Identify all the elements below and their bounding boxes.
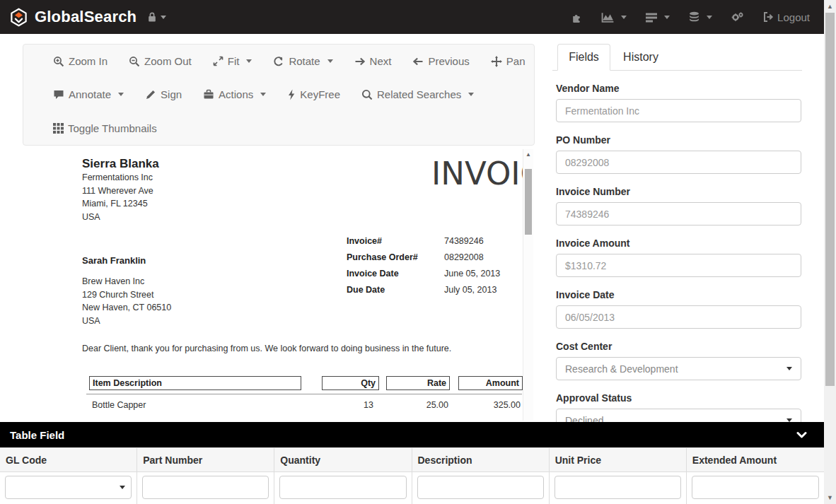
item-amount: 325.00 [457,400,521,410]
chevron-down-icon [707,16,712,19]
fields-tabbar: Fields History [552,39,802,71]
scroll-up-arrow-icon[interactable]: ▲ [523,151,533,158]
lock-menu[interactable] [146,11,166,23]
invoice-amount-input[interactable] [556,254,801,277]
zoom-in-icon [53,56,64,67]
actions-button[interactable]: Actions [203,88,266,100]
keyfree-label: KeyFree [300,88,340,100]
table-field-input-row [0,472,824,504]
chevron-down-icon [120,486,125,489]
extended-amount-input[interactable] [692,476,819,499]
tab-history[interactable]: History [610,45,671,70]
unit-price-input[interactable] [555,476,681,499]
chevron-down-icon [161,16,166,19]
chevron-down-icon [664,16,670,19]
next-page-button[interactable]: Next [354,55,392,67]
actions-label: Actions [219,88,253,100]
cost-center-select[interactable]: Research & Development [556,357,801,380]
lists-menu[interactable] [645,12,670,23]
zoom-out-icon [129,56,140,67]
item-qty: 13 [317,400,373,410]
invoice-date-input[interactable] [556,305,801,329]
items-header-rate: Rate [386,376,450,390]
related-searches-label: Related Searches [377,88,461,100]
tab-fields[interactable]: Fields [557,44,610,71]
zoom-in-button[interactable]: Zoom In [53,55,108,67]
chevron-down-icon [468,93,474,96]
keyfree-button[interactable]: KeyFree [287,88,340,100]
pan-label: Pan [506,55,526,67]
sign-button[interactable]: Sign [145,88,182,100]
invoice-meta-block: Invoice#74389246 Purchase Order#08292008… [347,236,522,301]
fit-icon [213,56,223,66]
logout-button[interactable]: Logout [762,11,810,23]
item-description: Bottle Capper [92,400,146,410]
quantity-input[interactable] [279,476,406,499]
table-field-bar[interactable]: Table Field [0,422,824,447]
items-divider [86,394,522,394]
field-label-invoice-date: Invoice Date [556,289,799,300]
globalsearch-logo-icon [9,8,28,27]
toggle-thumbnails-button[interactable]: Toggle Thumbnails [53,122,157,134]
field-label-invoice-amount: Invoice Amount [556,238,799,249]
rotate-icon [273,56,284,67]
previous-label: Previous [428,55,469,67]
chart-icon [601,11,615,23]
settings-button[interactable] [731,11,744,23]
rotate-label: Rotate [289,55,320,67]
column-unit-price: Unit Price [550,448,687,471]
part-number-input[interactable] [142,476,269,499]
invoice-message: Dear Client, thank you for purchasing fr… [82,344,451,353]
dashboards-menu[interactable] [601,11,627,23]
scroll-up-arrow-icon[interactable]: ▲ [824,3,836,10]
document-scrollbar-thumb[interactable] [525,169,532,235]
zoom-out-button[interactable]: Zoom Out [129,55,192,67]
bolt-icon [287,89,296,100]
vendor-name-input[interactable] [556,99,801,122]
fields-panel: Fields History Vendor Name PO Number Inv… [552,39,802,432]
field-label-invoice-number: Invoice Number [556,186,799,197]
database-icon [688,11,700,23]
next-label: Next [370,55,392,67]
chevron-down-icon [118,93,124,96]
table-field-header-row: GL Code Part Number Quantity Description… [0,447,824,472]
list-icon [645,12,658,23]
column-gl-code: GL Code [0,448,137,471]
related-searches-button[interactable]: Related Searches [361,88,474,100]
column-quantity: Quantity [274,448,412,471]
field-label-approval-status: Approval Status [556,392,799,404]
collapse-chevron-icon[interactable] [796,431,807,439]
recipient-name: Sarah Franklin [82,255,171,266]
fit-button[interactable]: Fit [213,55,252,67]
fit-label: Fit [228,55,240,67]
annotate-button[interactable]: Annotate [53,88,124,100]
previous-page-button[interactable]: Previous [412,55,469,67]
sender-name: Sierra Blanka [82,157,159,171]
column-description: Description [412,448,550,471]
page-scrollbar-thumb[interactable] [825,13,835,386]
lock-icon [146,11,158,23]
invoice-sender-block: Sierra Blanka Fermentations Inc 111 Wher… [82,157,159,223]
viewer-toolbar: Zoom In Zoom Out Fit Rotate Ne [23,44,535,146]
table-field-title: Table Field [10,429,64,441]
document-scrollbar[interactable]: ▲ [523,149,533,421]
description-input[interactable] [417,476,544,499]
chevron-down-icon [260,93,266,96]
column-extended-amount: Extended Amount [687,448,824,471]
document-viewer[interactable]: INVOICE Sierra Blanka Fermentations Inc … [24,149,523,421]
pan-button[interactable]: Pan [491,55,526,67]
invoice-number-input[interactable] [556,202,801,225]
chevron-down-icon [327,59,333,63]
pan-icon [491,56,502,67]
puzzle-icon [571,11,583,23]
workflow-button[interactable] [571,11,583,23]
brand[interactable]: GlobalSearch [9,8,137,27]
scroll-down-arrow-icon[interactable]: ▼ [824,494,836,501]
rotate-button[interactable]: Rotate [273,55,332,67]
gl-code-select[interactable] [5,476,132,499]
items-header-description: Item Description [89,376,301,390]
databases-menu[interactable] [688,11,712,23]
page-scrollbar[interactable]: ▲ ▼ [824,0,836,504]
chevron-down-icon [621,16,627,19]
po-number-input[interactable] [556,151,801,174]
